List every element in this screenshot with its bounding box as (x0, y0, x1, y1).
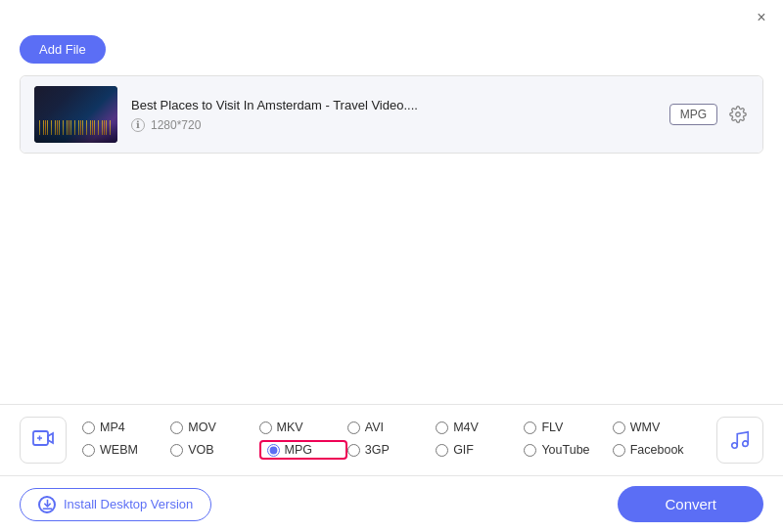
close-button[interactable]: × (752, 8, 771, 27)
format-badge[interactable]: MPG (669, 104, 717, 125)
format-option-youtube[interactable]: YouTube (524, 440, 612, 460)
format-option-m4v[interactable]: M4V (436, 421, 524, 434)
format-grid: MP4MOVMKVAVIM4VFLVWMVWEBMVOBMPG3GPGIFYou… (82, 421, 701, 460)
file-thumbnail (34, 86, 117, 143)
thumbnail-overlay (34, 123, 117, 143)
svg-point-0 (736, 112, 741, 117)
empty-area (0, 154, 783, 349)
settings-button[interactable] (727, 104, 749, 125)
add-file-button[interactable]: Add File (20, 35, 106, 64)
thumbnail-image (34, 86, 117, 143)
file-actions: MPG (669, 104, 749, 125)
install-desktop-button[interactable]: Install Desktop Version (20, 488, 211, 521)
format-option-mkv[interactable]: MKV (259, 421, 347, 434)
toolbar: Add File (0, 35, 783, 75)
file-list: Best Places to Visit In Amsterdam - Trav… (20, 75, 763, 154)
format-option-vob[interactable]: VOB (170, 440, 258, 460)
audio-format-button[interactable] (716, 417, 763, 464)
format-option-3gp[interactable]: 3GP (347, 440, 436, 460)
info-icon: ℹ (131, 118, 145, 132)
file-title: Best Places to Visit In Amsterdam - Trav… (131, 98, 656, 112)
title-bar: × (0, 0, 783, 35)
action-bar: Install Desktop Version Convert (0, 475, 783, 532)
file-resolution: 1280*720 (151, 118, 201, 132)
format-option-mpg[interactable]: MPG (259, 440, 347, 460)
format-option-mov[interactable]: MOV (170, 421, 258, 434)
format-option-wmv[interactable]: WMV (613, 421, 701, 434)
file-item: Best Places to Visit In Amsterdam - Trav… (21, 76, 762, 153)
svg-point-5 (743, 441, 749, 447)
format-option-webm[interactable]: WEBM (82, 440, 170, 460)
format-option-facebook[interactable]: Facebook (613, 440, 701, 460)
convert-button[interactable]: Convert (618, 486, 763, 522)
file-info: Best Places to Visit In Amsterdam - Trav… (117, 98, 669, 132)
install-label: Install Desktop Version (64, 497, 193, 511)
format-option-mp4[interactable]: MP4 (82, 421, 170, 434)
svg-point-4 (732, 443, 738, 449)
format-option-flv[interactable]: FLV (524, 421, 612, 434)
format-option-avi[interactable]: AVI (347, 421, 436, 434)
bottom-section: MP4MOVMKVAVIM4VFLVWMVWEBMVOBMPG3GPGIFYou… (0, 404, 783, 532)
download-icon (38, 496, 56, 513)
video-format-icon[interactable] (20, 417, 67, 464)
format-bar: MP4MOVMKVAVIM4VFLVWMVWEBMVOBMPG3GPGIFYou… (0, 404, 783, 475)
format-option-gif[interactable]: GIF (436, 440, 524, 460)
file-meta: ℹ 1280*720 (131, 118, 656, 132)
